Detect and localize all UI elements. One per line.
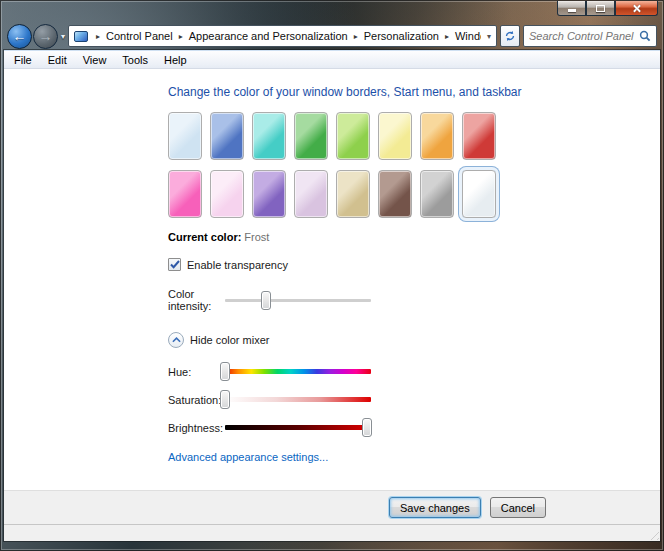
menu-item[interactable]: View bbox=[75, 54, 115, 66]
mixer-slider-row: Saturation: bbox=[168, 390, 660, 409]
breadcrumb-separator-icon: ▸ bbox=[348, 32, 364, 41]
current-color-label: Current color: bbox=[168, 231, 241, 243]
status-bar bbox=[4, 524, 660, 541]
hide-color-mixer-row: Hide color mixer bbox=[168, 332, 660, 348]
client-area: FileEditViewToolsHelp Change the color o… bbox=[4, 50, 660, 541]
color-swatch[interactable] bbox=[378, 112, 412, 160]
resize-grip[interactable] bbox=[647, 528, 659, 540]
page-title: Change the color of your window borders,… bbox=[168, 85, 660, 99]
close-icon bbox=[632, 4, 641, 13]
color-swatch-grid bbox=[168, 112, 496, 218]
mixer-slider-row: Brightness: bbox=[168, 418, 660, 437]
mixer-slider-label: Hue: bbox=[168, 366, 225, 378]
forward-arrow-icon: → bbox=[39, 29, 53, 43]
minimize-button[interactable] bbox=[557, 1, 586, 16]
color-mixer: Hue: Saturation: Brightness: bbox=[168, 362, 660, 437]
mixer-slider-track[interactable] bbox=[225, 425, 371, 430]
back-arrow-icon: ← bbox=[13, 29, 27, 43]
color-swatch[interactable] bbox=[420, 112, 454, 160]
mixer-slider-thumb[interactable] bbox=[362, 418, 372, 437]
breadcrumb-item[interactable]: ▸ Window Color and Appearance bbox=[439, 30, 481, 42]
menu-item[interactable]: Help bbox=[156, 54, 195, 66]
mixer-slider-row: Hue: bbox=[168, 362, 660, 381]
search-input[interactable] bbox=[529, 30, 639, 42]
color-swatch[interactable] bbox=[252, 170, 286, 218]
mixer-slider[interactable] bbox=[225, 362, 371, 381]
address-dropdown-icon[interactable]: ▾ bbox=[481, 32, 491, 41]
mixer-slider[interactable] bbox=[225, 418, 371, 437]
mixer-slider-track[interactable] bbox=[225, 369, 371, 374]
enable-transparency-checkbox[interactable] bbox=[168, 258, 181, 271]
color-swatch[interactable] bbox=[294, 170, 328, 218]
mixer-slider-thumb[interactable] bbox=[220, 390, 230, 409]
advanced-appearance-settings-link[interactable]: Advanced appearance settings... bbox=[168, 451, 328, 463]
address-bar[interactable]: ▸ Control Panel ▸ Appearance and Persona… bbox=[68, 25, 497, 47]
color-swatch[interactable] bbox=[336, 112, 370, 160]
color-swatch[interactable] bbox=[168, 170, 202, 218]
menu-item[interactable]: Edit bbox=[40, 54, 75, 66]
color-swatch[interactable] bbox=[294, 112, 328, 160]
color-swatch[interactable] bbox=[378, 170, 412, 218]
color-swatch[interactable] bbox=[420, 170, 454, 218]
window-color-appearance-window: ← → ▾ ▸ Control Panel ▸ Appearance and P… bbox=[0, 0, 664, 551]
enable-transparency-row: Enable transparency bbox=[168, 258, 660, 271]
maximize-icon bbox=[596, 5, 605, 12]
refresh-button[interactable] bbox=[500, 25, 520, 47]
color-swatch[interactable] bbox=[462, 170, 496, 218]
color-swatch[interactable] bbox=[210, 170, 244, 218]
caption-buttons bbox=[557, 1, 658, 16]
checkmark-icon bbox=[170, 260, 180, 269]
close-button[interactable] bbox=[615, 1, 658, 16]
search-box[interactable] bbox=[523, 25, 657, 47]
breadcrumb-separator-icon: ▸ bbox=[439, 32, 455, 41]
mixer-slider-track[interactable] bbox=[225, 397, 371, 402]
hide-color-mixer-button[interactable] bbox=[168, 332, 184, 348]
footer-bar: Save changes Cancel bbox=[4, 490, 660, 524]
breadcrumb: ▸ Control Panel ▸ Appearance and Persona… bbox=[90, 30, 481, 42]
breadcrumb-separator-icon: ▸ bbox=[90, 32, 106, 41]
current-color-value: Frost bbox=[244, 231, 269, 243]
refresh-icon bbox=[504, 30, 516, 42]
color-swatch[interactable] bbox=[252, 112, 286, 160]
current-color-row: Current color:Frost bbox=[168, 231, 660, 243]
breadcrumb-item[interactable]: ▸ Personalization bbox=[348, 30, 439, 42]
cancel-button[interactable]: Cancel bbox=[490, 497, 546, 518]
color-swatch[interactable] bbox=[168, 112, 202, 160]
mixer-slider-label: Saturation: bbox=[168, 394, 225, 406]
forward-button[interactable]: → bbox=[33, 24, 58, 49]
breadcrumb-item[interactable]: ▸ Control Panel bbox=[90, 30, 173, 42]
navigation-bar: ← → ▾ ▸ Control Panel ▸ Appearance and P… bbox=[4, 22, 660, 50]
breadcrumb-item[interactable]: ▸ Appearance and Personalization bbox=[173, 30, 348, 42]
save-changes-button[interactable]: Save changes bbox=[389, 497, 481, 518]
enable-transparency-label[interactable]: Enable transparency bbox=[187, 259, 288, 271]
hide-color-mixer-label[interactable]: Hide color mixer bbox=[190, 334, 269, 346]
color-intensity-track[interactable] bbox=[225, 299, 371, 302]
back-button[interactable]: ← bbox=[7, 24, 32, 49]
color-intensity-label: Color intensity: bbox=[168, 288, 225, 312]
chevron-up-icon bbox=[172, 337, 181, 343]
color-intensity-thumb[interactable] bbox=[261, 291, 271, 310]
color-intensity-row: Color intensity: bbox=[168, 288, 660, 312]
color-intensity-slider[interactable] bbox=[225, 291, 371, 310]
recent-pages-dropdown[interactable]: ▾ bbox=[61, 32, 65, 41]
color-swatch[interactable] bbox=[336, 170, 370, 218]
content-panel: Change the color of your window borders,… bbox=[4, 69, 660, 490]
mixer-slider-thumb[interactable] bbox=[220, 362, 230, 381]
menu-item[interactable]: File bbox=[6, 54, 40, 66]
breadcrumb-separator-icon: ▸ bbox=[173, 32, 189, 41]
minimize-icon bbox=[568, 9, 576, 12]
personalization-icon bbox=[74, 31, 88, 42]
menu-bar: FileEditViewToolsHelp bbox=[4, 50, 660, 69]
search-icon[interactable] bbox=[639, 30, 651, 42]
mixer-slider[interactable] bbox=[225, 390, 371, 409]
menu-item[interactable]: Tools bbox=[114, 54, 156, 66]
maximize-button[interactable] bbox=[586, 1, 615, 16]
color-swatch[interactable] bbox=[210, 112, 244, 160]
mixer-slider-label: Brightness: bbox=[168, 422, 225, 434]
color-swatch[interactable] bbox=[462, 112, 496, 160]
